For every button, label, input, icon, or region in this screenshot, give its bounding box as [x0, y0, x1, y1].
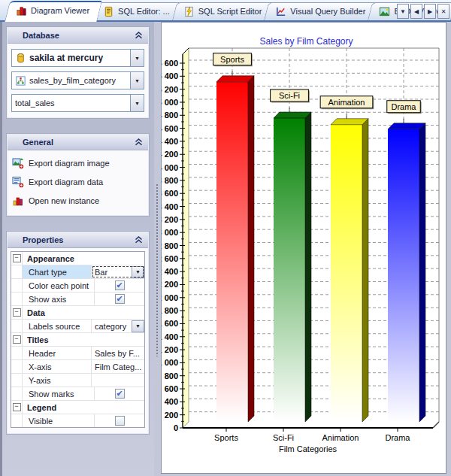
diagram-icon	[16, 5, 27, 17]
value-text: Film Categ...	[95, 362, 144, 371]
collapse-chevron-icon[interactable]	[135, 32, 143, 39]
collapse-group-icon[interactable]: −	[13, 308, 21, 317]
svg-text:Drama: Drama	[385, 433, 410, 442]
svg-text:Drama: Drama	[391, 102, 416, 111]
database-panel: Database sakila at mercury▼sales_by_film…	[7, 27, 149, 118]
row-gutter	[11, 347, 23, 359]
tab-label: Diagram Viewer	[31, 6, 89, 15]
svg-text:800: 800	[165, 371, 178, 380]
property-value-x-axis[interactable]: Film Categ...	[92, 360, 144, 373]
property-row-color-each-point: Color each point	[11, 279, 144, 293]
property-group-legend: −Legend	[11, 401, 144, 414]
svg-text:5 600: 5 600	[162, 59, 178, 68]
property-row-visible: Visible	[11, 414, 144, 427]
svg-text:2 400: 2 400	[162, 267, 178, 276]
property-label: Show marks	[23, 387, 95, 400]
group-gutter: −	[11, 306, 23, 319]
svg-text:3 000: 3 000	[162, 228, 178, 237]
collapse-chevron-icon[interactable]	[135, 138, 143, 146]
row-gutter	[11, 293, 23, 305]
row-gutter	[11, 387, 23, 400]
tab-sql-editor[interactable]: SQL Editor: ...	[92, 2, 177, 20]
svg-text:3 200: 3 200	[162, 215, 178, 224]
sales-chart: SportsSci-FiAnimationDrama02004006008001…	[162, 23, 445, 472]
scroll-tabs-left-button[interactable]: ◀	[410, 4, 422, 19]
sql-editor-icon	[103, 6, 114, 17]
collapse-group-icon[interactable]: −	[13, 403, 21, 411]
splitter-grip-icon	[156, 183, 159, 356]
color-each-point-checkbox[interactable]	[115, 280, 125, 290]
selector-value: total_sales	[15, 99, 55, 108]
scroll-tabs-right-button[interactable]: ▶	[424, 4, 436, 19]
svg-text:4 600: 4 600	[162, 124, 178, 133]
svg-text:1 000: 1 000	[162, 358, 178, 367]
row-gutter	[11, 360, 23, 373]
tab-sql-script-editor[interactable]: SQL Script Editor	[172, 2, 270, 20]
property-value-y-axis[interactable]	[92, 374, 144, 387]
svg-text:4 000: 4 000	[162, 163, 178, 172]
svg-text:2 600: 2 600	[162, 254, 178, 263]
dropdown-arrow-icon[interactable]: ▼	[130, 95, 144, 111]
svg-text:1 400: 1 400	[162, 332, 178, 341]
svg-text:400: 400	[165, 397, 178, 406]
visible-checkbox[interactable]	[115, 416, 125, 426]
tab-list-dropdown-button[interactable]: ▼	[397, 4, 409, 19]
svg-text:600: 600	[165, 384, 178, 393]
dropdown-arrow-icon[interactable]: ▼	[132, 320, 144, 332]
property-grid-wrap: −AppearanceChart typeBar▼Color each poin…	[8, 248, 148, 433]
property-value-show-marks[interactable]	[95, 387, 144, 400]
action-open-new-instance[interactable]: Open new instance	[12, 195, 144, 207]
tab-visual-query-builder[interactable]: Visual Query Builder	[264, 2, 373, 20]
property-value-chart-type[interactable]: Bar▼	[92, 265, 144, 278]
properties-panel-header: Properties	[8, 232, 148, 248]
selector-total-sales[interactable]: total_sales▼	[11, 94, 144, 112]
database-icon	[15, 53, 26, 64]
value-text: Sales by F...	[95, 349, 144, 358]
sidebar-splitter[interactable]	[154, 22, 161, 476]
tab-controls: ▼◀▶✕	[397, 4, 449, 19]
close-tab-button[interactable]: ✕	[437, 4, 449, 19]
property-label: Chart type	[23, 265, 92, 278]
svg-text:1 800: 1 800	[162, 306, 178, 315]
property-row-show-axis: Show axis	[11, 293, 144, 306]
action-export-diagram-image[interactable]: Export diagram image	[12, 157, 144, 169]
svg-text:Animation: Animation	[322, 433, 359, 442]
dropdown-arrow-icon[interactable]: ▼	[132, 266, 144, 278]
svg-text:5 000: 5 000	[162, 98, 178, 107]
property-label: Y-axis	[23, 374, 92, 387]
main-area: Database sakila at mercury▼sales_by_film…	[0, 22, 451, 476]
property-value-labels-source[interactable]: category▼	[92, 320, 144, 332]
action-export-diagram-data[interactable]: Export diagram data	[12, 176, 144, 188]
dropdown-arrow-icon[interactable]: ▼	[130, 50, 144, 66]
show-axis-checkbox[interactable]	[115, 294, 125, 304]
svg-text:3 600: 3 600	[162, 189, 178, 198]
dropdown-arrow-icon[interactable]: ▼	[130, 72, 144, 89]
property-row-x-axis: X-axisFilm Categ...	[11, 360, 144, 374]
selector-sales-by-film-category[interactable]: sales_by_film_category▼	[11, 71, 144, 89]
action-label: Export diagram data	[29, 177, 103, 186]
svg-text:Sci-Fi: Sci-Fi	[279, 91, 300, 100]
new-instance-icon	[12, 195, 24, 207]
selector-value: sakila at mercury	[29, 53, 103, 63]
show-marks-checkbox[interactable]	[115, 389, 125, 399]
svg-text:1 200: 1 200	[162, 345, 178, 354]
selector-sakila-at-mercury[interactable]: sakila at mercury▼	[11, 49, 144, 67]
property-value-header[interactable]: Sales by F...	[92, 347, 144, 359]
svg-text:Animation: Animation	[328, 98, 365, 107]
collapse-group-icon[interactable]: −	[13, 254, 21, 262]
svg-text:2 000: 2 000	[162, 293, 178, 302]
property-value-show-axis[interactable]	[95, 293, 144, 305]
svg-text:2 800: 2 800	[162, 241, 178, 250]
svg-text:4 400: 4 400	[162, 137, 178, 146]
tab-diagram-viewer[interactable]: Diagram Viewer	[5, 1, 97, 20]
svg-text:200: 200	[165, 411, 178, 420]
property-row-show-marks: Show marks	[11, 387, 144, 401]
property-value-visible[interactable]	[95, 414, 144, 427]
property-value-color-each-point[interactable]	[95, 279, 144, 292]
collapse-chevron-icon[interactable]	[135, 236, 143, 244]
general-panel: General Export diagram imageExport diagr…	[7, 134, 149, 216]
database-panel-title: Database	[23, 31, 59, 40]
general-actions: Export diagram imageExport diagram dataO…	[8, 150, 148, 215]
property-label: X-axis	[23, 360, 92, 373]
collapse-group-icon[interactable]: −	[13, 335, 21, 344]
